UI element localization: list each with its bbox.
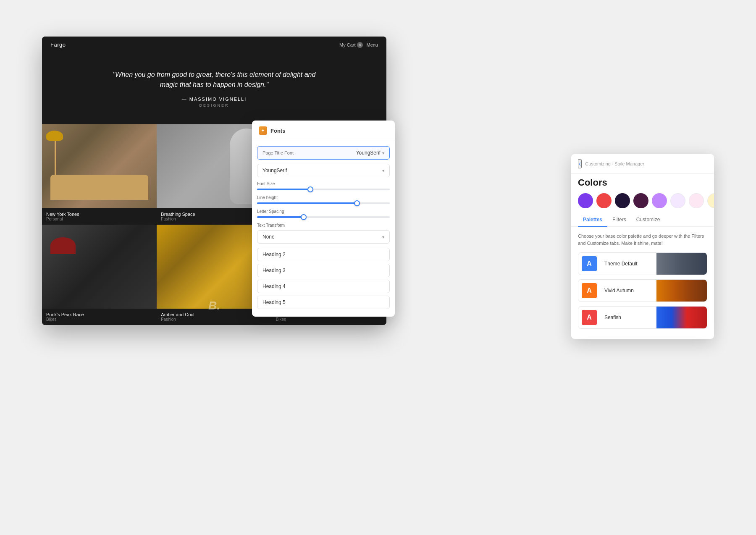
hero-author: — MASSIMO VIGNELLI (50, 97, 378, 102)
colors-tabs: Palettes Filters Customize (571, 213, 714, 227)
page-title-font-select[interactable]: Page Title Font YoungSerif ▾ (257, 146, 390, 160)
palette-vivid-autumn-icon: A (582, 283, 597, 298)
line-height-label: Line height (257, 195, 390, 200)
cart-badge: My Cart 0 (339, 42, 363, 48)
line-height-slider[interactable] (257, 202, 390, 204)
back-button[interactable]: ‹ (578, 159, 582, 168)
gallery-item-1: New York Tones Personal (42, 124, 157, 225)
caption-title-4: Punk's Peak Race (46, 312, 152, 317)
line-height-thumb[interactable] (354, 200, 360, 206)
colors-description: Choose your base color palette and go de… (578, 233, 707, 247)
text-transform-chevron-icon: ▾ (382, 235, 384, 239)
breadcrumb: Customizing · Style Manager (585, 161, 644, 166)
sofa (50, 175, 148, 200)
cart-label: My Cart (339, 42, 356, 47)
caption-title-2: Breathing Space (161, 212, 267, 217)
hero-role: DESIGNER (50, 103, 378, 108)
site-nav: My Cart 0 Menu (339, 42, 378, 48)
lamp-head (46, 131, 63, 141)
colors-panel-title: Colors (571, 174, 714, 193)
colors-panel-header: ‹ Customizing · Style Manager (571, 154, 714, 174)
heading-5-item[interactable]: Heading 5 (257, 296, 390, 309)
swatch-light-purple[interactable] (652, 193, 667, 208)
palette-seafish[interactable]: A Seafish (578, 306, 707, 329)
palette-vivid-autumn[interactable]: A Vivid Autumn (578, 279, 707, 302)
tab-palettes-label: Palettes (583, 217, 602, 223)
colors-panel: ‹ Customizing · Style Manager Colors Pal… (571, 154, 714, 339)
fonts-panel-title: Fonts (270, 128, 285, 134)
swatch-red[interactable] (596, 193, 612, 208)
palette-vivid-autumn-preview (656, 280, 707, 302)
heading-4-item[interactable]: Heading 4 (257, 280, 390, 293)
site-header: Fargo My Cart 0 Menu (42, 37, 386, 53)
letter-spacing-label: Letter Spacing (257, 209, 390, 214)
palette-vivid-autumn-name: Vivid Autumn (604, 288, 652, 294)
gallery-caption-4: Punk's Peak Race Bikes (42, 309, 157, 325)
colors-body: Choose your base color palette and go de… (571, 227, 714, 339)
swatch-deep-purple[interactable] (633, 193, 648, 208)
color-swatches (571, 193, 714, 213)
swatch-pale-3[interactable] (707, 193, 714, 208)
hero-quote: "When you go from good to great, there's… (109, 70, 319, 90)
gallery-item-4: Punk's Peak Race Bikes (42, 225, 157, 325)
tab-customize-label: Customize (636, 217, 660, 223)
gallery-caption-1: New York Tones Personal (42, 208, 157, 225)
fonts-panel-header: ✦ Fonts (252, 121, 395, 141)
caption-sub-5: Fashion (161, 317, 267, 322)
font-size-thumb[interactable] (307, 186, 313, 192)
font-size-fill (257, 189, 310, 190)
letter-spacing-thumb[interactable] (301, 214, 307, 220)
palette-theme-default-preview (656, 253, 707, 275)
text-transform-label: Text Transform (257, 223, 390, 228)
font-family-chevron-icon: ▾ (382, 168, 384, 173)
swatch-pale-2[interactable] (689, 193, 704, 208)
motorcycle1b-image (42, 225, 157, 309)
hero-section: "When you go from good to great, there's… (42, 53, 386, 124)
palette-seafish-icon: A (582, 310, 597, 325)
palette-theme-default[interactable]: A Theme Default (578, 252, 707, 275)
line-height-fill (257, 202, 357, 204)
swatch-dark-purple[interactable] (615, 193, 630, 208)
caption-sub-6: Bikes (276, 317, 382, 322)
palette-theme-default-icon: A (582, 256, 597, 271)
living-room-image (42, 124, 157, 208)
font-family-select[interactable]: YoungSerif ▾ (257, 164, 390, 177)
font-family-value: YoungSerif (262, 168, 287, 173)
page-title-font-value: YoungSerif (356, 150, 381, 156)
caption-sub-4: Bikes (46, 317, 152, 322)
fonts-panel: ✦ Fonts Page Title Font YoungSerif ▾ You… (252, 121, 395, 317)
palette-theme-default-name: Theme Default (604, 261, 652, 267)
text-transform-select[interactable]: None ▾ (257, 230, 390, 244)
caption-title-1: New York Tones (46, 212, 152, 217)
text-transform-value: None (262, 234, 275, 240)
tab-customize[interactable]: Customize (631, 213, 665, 227)
swatch-purple[interactable] (578, 193, 593, 208)
heading-2-item[interactable]: Heading 2 (257, 248, 390, 261)
menu-label: Menu (366, 42, 378, 47)
heading-3-item[interactable]: Heading 3 (257, 264, 390, 277)
tab-palettes[interactable]: Palettes (578, 213, 607, 227)
page-title-font-label: Page Title Font (262, 150, 294, 155)
page-title-chevron-icon: ▾ (382, 151, 384, 155)
site-logo: Fargo (50, 42, 66, 48)
caption-sub-2: Fashion (161, 217, 267, 221)
font-size-label: Font Size (257, 181, 390, 186)
letter-spacing-fill (257, 216, 304, 218)
palette-seafish-name: Seafish (604, 315, 652, 320)
fonts-panel-icon: ✦ (259, 126, 267, 135)
caption-title-5: Amber and Cool (161, 312, 267, 317)
fonts-panel-body: Page Title Font YoungSerif ▾ YoungSerif … (252, 141, 395, 317)
swatch-pale-1[interactable] (670, 193, 685, 208)
font-size-slider[interactable] (257, 189, 390, 190)
palette-seafish-preview (656, 307, 707, 328)
caption-sub-1: Personal (46, 217, 152, 221)
letter-spacing-slider[interactable] (257, 216, 390, 218)
back-icon: ‹ (579, 160, 581, 168)
tab-filters-label: Filters (612, 217, 626, 223)
cart-count: 0 (357, 42, 363, 48)
tab-filters[interactable]: Filters (607, 213, 631, 227)
